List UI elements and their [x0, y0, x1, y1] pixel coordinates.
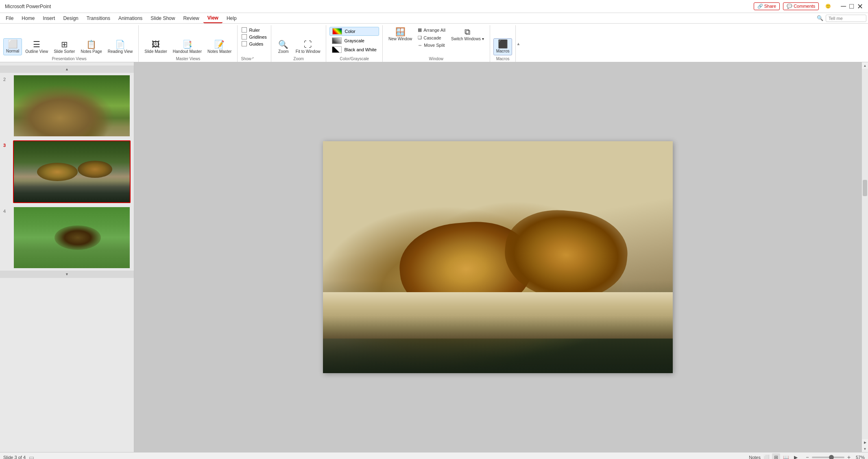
status-bar: Slide 3 of 4 ▭ Notes ⬜ ⊞ 📖 ▶ － ＋ 57% [0, 452, 868, 459]
normal-view-button[interactable]: ⬜ Normal [3, 38, 22, 55]
arrange-all-icon: ▦ [418, 27, 422, 33]
panel-scroll-down[interactable]: ▼ [0, 271, 134, 278]
slide-placeholder-2 [14, 75, 130, 136]
move-split-icon: ↔ [418, 43, 422, 48]
menu-transitions[interactable]: Transitions [83, 14, 114, 23]
menu-review[interactable]: Review [179, 14, 203, 23]
slide-thumb-3[interactable]: 3 [0, 139, 134, 205]
reading-status-button[interactable]: 📖 [782, 453, 790, 459]
ribbon-group-zoom: 🔍 Zoom ⛶ Fit to Window Zoom [271, 25, 327, 62]
arrange-all-button[interactable]: ▦ Arrange All [416, 26, 447, 33]
slide-thumb-4[interactable]: 4 [0, 205, 134, 271]
cascade-button[interactable]: ❑ Cascade [416, 34, 447, 41]
normal-view-status-button[interactable]: ⬜ [762, 453, 770, 459]
scroll-up-arrow[interactable]: ▲ [862, 62, 868, 69]
menu-home[interactable]: Home [17, 14, 39, 23]
ribbon-collapse-button[interactable]: ▲ [516, 25, 521, 62]
slide-sorter-button[interactable]: ⊞ Slide Sorter [51, 39, 77, 55]
guides-checkbox[interactable]: Guides [241, 41, 267, 47]
color-swatch [332, 28, 342, 35]
reading-view-button[interactable]: 📄 Reading View [105, 39, 135, 55]
ruler-cb-box[interactable] [242, 27, 247, 33]
normal-icon: ⬜ [8, 40, 18, 48]
presentation-views-label: Presentation Views [3, 55, 135, 62]
slide-panel[interactable]: ▲ 2 3 [0, 62, 134, 452]
menu-design[interactable]: Design [59, 14, 82, 23]
window-small-buttons: ▦ Arrange All ❑ Cascade ↔ Move Split [416, 26, 447, 48]
move-split-button[interactable]: ↔ Move Split [416, 42, 447, 48]
switch-windows-button[interactable]: ⧉ Switch Windows ▾ [449, 26, 486, 48]
color-label: Color/Grayscale [329, 55, 379, 62]
slide-thumb-2[interactable]: 2 [0, 73, 134, 139]
search-input[interactable] [826, 15, 866, 22]
color-buttons: Color Grayscale Black and White [329, 25, 379, 55]
turtle-1-body [37, 163, 78, 181]
scroll-thumb[interactable] [863, 180, 867, 196]
main-content [134, 62, 861, 452]
grayscale-swatch [332, 37, 342, 44]
scroll-track[interactable] [862, 69, 868, 439]
switch-windows-icon: ⧉ [465, 28, 470, 36]
zoom-slider[interactable] [812, 457, 844, 458]
slide-master-button[interactable]: 🖼 Slide Master [142, 39, 170, 55]
slide-sorter-status-button[interactable]: ⊞ [772, 453, 780, 459]
app-body: ▲ 2 3 [0, 62, 868, 452]
grayscale-button[interactable]: Grayscale [329, 37, 379, 45]
color-button[interactable]: Color [329, 27, 379, 36]
notes-page-icon: 📋 [86, 40, 96, 48]
slide-img-wrap-3[interactable] [13, 140, 131, 203]
black-and-white-button[interactable]: Black and White [329, 46, 379, 54]
zoom-in-button[interactable]: ＋ [846, 454, 852, 459]
slide-img-wrap-4[interactable] [13, 206, 131, 269]
handout-master-button[interactable]: 📑 Handout Master [170, 39, 204, 55]
scroll-right-arrow[interactable]: ▶ [862, 439, 868, 446]
zoom-items: 🔍 Zoom ⛶ Fit to Window [275, 25, 323, 55]
ribbon-group-macros: ⬛ Macros Macros [490, 25, 516, 62]
scroll-down-arrow[interactable]: ▼ [862, 446, 868, 452]
menu-help[interactable]: Help [222, 14, 241, 23]
right-scrollbar: ▲ ▶ ▼ [861, 62, 868, 452]
guides-cb-box[interactable] [242, 41, 247, 46]
new-window-button[interactable]: 🪟 New Window [386, 26, 414, 48]
slide-placeholder-4 [14, 207, 130, 268]
slide-img-wrap-2[interactable] [13, 74, 131, 137]
panel-scroll-up[interactable]: ▲ [0, 66, 134, 73]
notes-page-button[interactable]: 📋 Notes Page [78, 39, 104, 55]
smiley-button[interactable]: 🙂 [822, 3, 834, 10]
notes-master-button[interactable]: 📝 Notes Master [205, 39, 234, 55]
fit-to-window-button[interactable]: ⛶ Fit to Window [293, 39, 323, 55]
menu-insert[interactable]: Insert [39, 14, 59, 23]
window-items: 🪟 New Window ▦ Arrange All ❑ Cascade ↔ M… [386, 25, 486, 55]
show-label: Show [241, 55, 251, 62]
gridlines-cb-box[interactable] [242, 34, 247, 39]
slide-main-image [323, 141, 673, 373]
close-button[interactable]: ✕ [857, 2, 863, 11]
gridlines-checkbox[interactable]: Gridlines [241, 34, 267, 40]
show-expand-icon[interactable]: ↗ [251, 56, 254, 61]
menu-slideshow[interactable]: Slide Show [146, 14, 179, 23]
outline-view-button[interactable]: ☰ Outline View [23, 39, 50, 55]
master-views-label: Master Views [142, 55, 234, 62]
menu-file[interactable]: File [2, 14, 17, 23]
ruler-checkbox[interactable]: Ruler [241, 27, 267, 33]
slide-num-2: 2 [3, 74, 10, 82]
notes-button[interactable]: Notes [749, 455, 761, 459]
search-icon: 🔍 [817, 15, 823, 21]
slide-view-icon: ▭ [29, 454, 34, 459]
maximize-button[interactable]: □ [849, 2, 854, 11]
window-top-row: 🪟 New Window ▦ Arrange All ❑ Cascade ↔ M… [386, 26, 486, 48]
slide-canvas [323, 141, 673, 373]
macros-button[interactable]: ⬛ Macros [493, 38, 513, 55]
share-button[interactable]: 🔗 Share [754, 2, 780, 10]
menu-animations[interactable]: Animations [114, 14, 146, 23]
zoom-slider-thumb [829, 455, 834, 459]
zoom-button[interactable]: 🔍 Zoom [275, 39, 292, 55]
minimize-button[interactable]: ─ [841, 2, 846, 11]
show-items: Ruler Gridlines Guides [241, 25, 267, 55]
menu-view[interactable]: View [203, 13, 222, 23]
color-items: Color Grayscale Black and White [329, 25, 379, 55]
zoom-out-button[interactable]: － [805, 454, 810, 459]
turtle-2-body [78, 161, 113, 178]
slideshow-status-button[interactable]: ▶ [792, 453, 800, 459]
comments-button[interactable]: 💬 Comments [783, 2, 819, 10]
